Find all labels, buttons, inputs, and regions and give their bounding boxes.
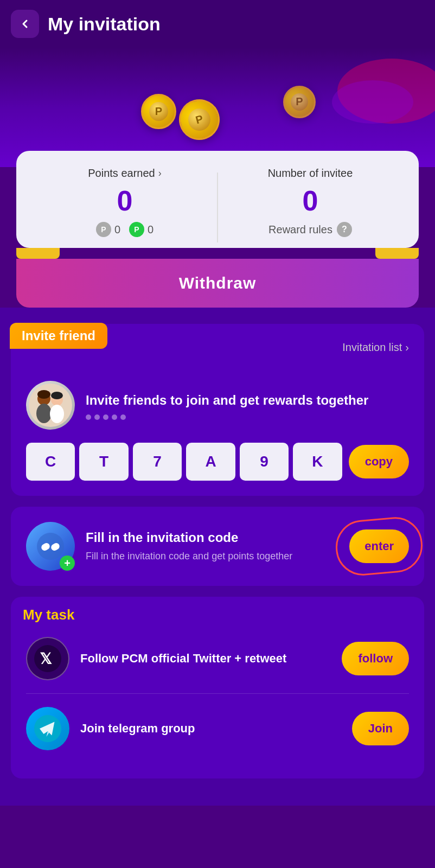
- code-boxes: CT7A9K: [26, 443, 342, 481]
- twitter-icon: 𝕏: [26, 637, 69, 680]
- code-entry-illustration: [36, 532, 66, 561]
- coin-2: P: [175, 95, 225, 145]
- follow-button[interactable]: follow: [342, 642, 409, 675]
- svg-text:𝕏: 𝕏: [40, 650, 52, 667]
- fill-code-icon: +: [26, 522, 75, 571]
- enter-button-wrap: enter: [349, 529, 409, 563]
- main-content: Invite friend Invitation list ›: [0, 308, 435, 806]
- yellow-tab-right: [375, 248, 419, 259]
- code-char-box: K: [293, 443, 342, 481]
- enter-button[interactable]: enter: [349, 529, 409, 563]
- points-earned-block: Points earned › 0 P 0 P 0: [33, 167, 217, 248]
- svg-point-7: [37, 533, 64, 560]
- coin1-sub: P 0: [96, 222, 120, 237]
- chevron-icon: ›: [158, 168, 162, 179]
- tasks-list: 𝕏 Follow PCM official Twitter + retweet …: [26, 624, 409, 763]
- header: My invitation: [0, 0, 435, 48]
- yellow-tabs: [16, 248, 419, 259]
- fill-code-description: Fill in the invitation code and get poin…: [86, 550, 338, 563]
- invitee-label: Number of invitee: [218, 167, 402, 180]
- my-task-badge: My task: [23, 607, 74, 623]
- invite-friend-badge: Invite friend: [10, 323, 107, 349]
- invitee-value: 0: [218, 184, 402, 218]
- stats-row: Points earned › 0 P 0 P 0 Number of invi…: [33, 167, 402, 248]
- task-title: Follow PCM official Twitter + retweet: [80, 650, 331, 667]
- telegram-logo-svg: [34, 715, 61, 742]
- svg-point-2: [36, 404, 52, 423]
- invitee-block: Number of invitee 0 Reward rules ?: [218, 167, 402, 248]
- my-task-card: My task 𝕏 Follow PCM official Twitter + …: [11, 597, 424, 778]
- code-char-box: 7: [133, 443, 182, 481]
- gray-coin-icon: P: [96, 222, 111, 237]
- invitation-list-link[interactable]: Invitation list ›: [342, 341, 409, 354]
- friends-avatar: [26, 381, 75, 430]
- friends-illustration: [29, 384, 72, 427]
- telegram-icon: [26, 707, 69, 750]
- question-mark-icon: ?: [337, 222, 352, 237]
- code-char-box: A: [186, 443, 235, 481]
- svg-point-4: [50, 405, 64, 423]
- task-item: 𝕏 Follow PCM official Twitter + retweet …: [26, 624, 409, 693]
- invite-friend-card: Invite friend Invitation list ›: [11, 324, 424, 496]
- reward-rules[interactable]: Reward rules ?: [218, 222, 402, 237]
- fill-code-card: + Fill in the invitation code Fill in th…: [11, 507, 424, 586]
- back-button[interactable]: [11, 10, 39, 38]
- points-earned-label[interactable]: Points earned ›: [33, 167, 217, 180]
- code-char-box: 9: [240, 443, 289, 481]
- invite-friend-row: Invite friends to join and get rewards t…: [26, 381, 409, 430]
- withdraw-button[interactable]: Withdraw: [16, 259, 419, 308]
- green-coin-icon: P: [129, 222, 144, 237]
- x-logo-svg: 𝕏: [34, 645, 61, 672]
- task-title: Join telegram group: [80, 720, 341, 737]
- coin-3: P: [283, 86, 316, 118]
- coin2-sub: P 0: [129, 222, 153, 237]
- code-char-box: C: [26, 443, 75, 481]
- task-item: Join telegram group Join: [26, 693, 409, 763]
- plus-icon: +: [60, 556, 75, 571]
- code-char-box: T: [79, 443, 128, 481]
- coin-1: P: [141, 94, 176, 129]
- invite-dots: [86, 414, 368, 420]
- invite-description: Invite friends to join and get rewards t…: [86, 391, 368, 410]
- svg-point-0: [29, 384, 72, 427]
- svg-point-6: [51, 392, 63, 399]
- copy-button[interactable]: copy: [349, 445, 409, 478]
- code-row: CT7A9K copy: [26, 443, 409, 481]
- stats-card: Points earned › 0 P 0 P 0 Number of invi…: [16, 151, 419, 248]
- fill-code-text: Fill in the invitation code Fill in the …: [86, 530, 338, 563]
- back-icon: [18, 17, 31, 30]
- yellow-tab-left: [16, 248, 60, 259]
- fill-code-title: Fill in the invitation code: [86, 530, 338, 545]
- svg-point-5: [37, 390, 50, 399]
- page-title: My invitation: [48, 14, 161, 35]
- points-sub: P 0 P 0: [33, 222, 217, 237]
- withdraw-section: Withdraw: [16, 248, 419, 308]
- join-button[interactable]: Join: [352, 712, 409, 745]
- coins-decoration: P P P: [11, 64, 424, 151]
- points-value: 0: [33, 184, 217, 218]
- hero-section: P P P: [0, 48, 435, 167]
